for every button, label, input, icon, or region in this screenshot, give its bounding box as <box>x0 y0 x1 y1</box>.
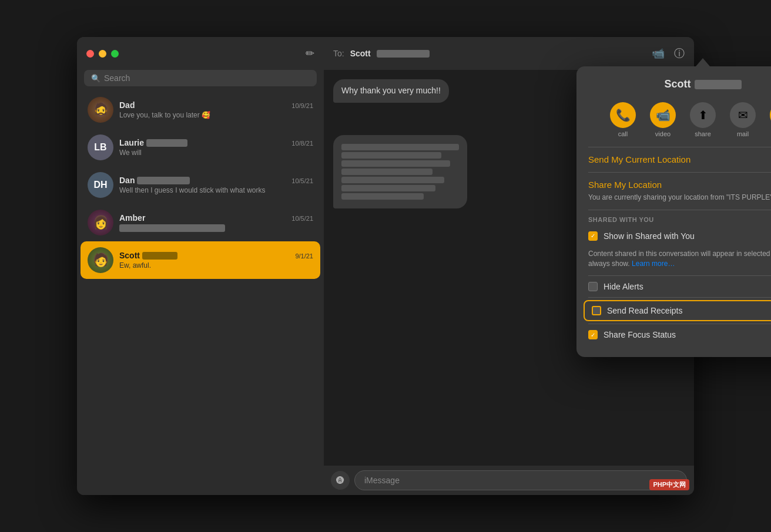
conv-date-dan: 10/5/21 <box>291 177 313 184</box>
conv-date-dad: 10/9/21 <box>291 102 313 109</box>
conversation-item-dan[interactable]: DH Dan 10/5/21 Well then I guess I would… <box>81 166 320 204</box>
show-in-shared-label: Show in Shared with You <box>604 231 695 241</box>
conversation-item-dad[interactable]: 🧔 Dad 10/9/21 Love you, talk to you late… <box>81 91 320 129</box>
avatar-dan: DH <box>88 172 113 198</box>
input-area: 🅐 iMessage <box>324 466 694 495</box>
compose-button[interactable]: ✏ <box>306 47 314 60</box>
conversation-details-dan: Dan 10/5/21 Well then I guess I would st… <box>119 176 313 194</box>
conv-name-laurie: Laurie <box>119 138 144 147</box>
video-label: video <box>655 130 671 137</box>
send-read-receipts-checkbox[interactable] <box>592 306 601 315</box>
blur-line-3 <box>341 160 450 167</box>
location-subtext: You are currently sharing your location … <box>588 193 771 203</box>
info-panel-header: Scott <box>576 66 771 97</box>
blur-line-2 <box>341 152 441 159</box>
search-input[interactable]: Search <box>104 73 130 83</box>
info-action-call[interactable]: 📞 call <box>610 102 636 137</box>
call-label: call <box>618 130 628 137</box>
info-name-blurred <box>695 80 742 89</box>
conversation-item-laurie[interactable]: LB Laurie 10/8/21 We will <box>81 129 320 166</box>
watermark: PHP中文网 <box>649 479 689 490</box>
conversation-item-amber[interactable]: 👩 Amber 10/5/21 <box>81 204 320 241</box>
conv-date-laurie: 10/8/21 <box>291 140 313 147</box>
divider-5 <box>588 297 771 298</box>
chat-titlebar: To: Scott 📹 ⓘ <box>324 37 694 70</box>
hide-alerts-row[interactable]: Hide Alerts <box>576 276 771 297</box>
chat-actions: 📹 ⓘ <box>652 46 685 60</box>
send-read-receipts-label: Send Read Receipts <box>607 306 682 315</box>
conversation-details-dad: Dad 10/9/21 Love you, talk to you later … <box>119 100 313 119</box>
call-icon: 📞 <box>610 102 636 128</box>
conversation-details-laurie: Laurie 10/8/21 We will <box>119 138 313 157</box>
hide-alerts-checkbox[interactable] <box>588 282 598 291</box>
show-in-shared-row[interactable]: ✓ Show in Shared with You <box>576 225 771 247</box>
shared-subtext-row: Content shared in this conversation will… <box>576 249 771 276</box>
conv-name-dad: Dad <box>119 100 135 110</box>
blur-line-4 <box>341 169 433 175</box>
info-panel-arrow <box>696 58 710 66</box>
share-location-row[interactable]: Share My Location You are currently shar… <box>576 173 771 210</box>
share-location-link[interactable]: Share My Location <box>588 180 662 190</box>
search-bar[interactable]: 🔍 Search <box>84 70 317 86</box>
show-in-shared-checkbox[interactable]: ✓ <box>588 231 598 241</box>
conv-date-amber: 10/5/21 <box>291 215 313 222</box>
sidebar: ✏ 🔍 Search 🧔 Dad 10/9/21 Love you, talk … <box>77 37 324 495</box>
mail-icon: ✉ <box>730 102 756 128</box>
blur-line-6 <box>341 185 435 191</box>
shared-with-you-section: SHARED WITH YOU <box>576 210 771 225</box>
apps-button[interactable]: 🅐 <box>331 471 350 490</box>
chat-to-label: To: <box>333 49 344 58</box>
video-icon: 📹 <box>650 102 676 128</box>
checkmark-icon: ✓ <box>591 233 595 239</box>
learn-more-link[interactable]: Learn more… <box>632 260 675 268</box>
share-focus-status-label: Share Focus Status <box>604 330 676 339</box>
avatar-amber: 👩 <box>88 210 113 235</box>
checkmark-icon-2: ✓ <box>591 332 595 338</box>
conv-name-blurred-laurie <box>146 139 187 147</box>
conv-preview-amber <box>119 224 313 232</box>
share-focus-status-row[interactable]: ✓ Share Focus Status <box>576 324 771 345</box>
hide-alerts-label: Hide Alerts <box>604 282 643 291</box>
chat-recipient-name: Scott <box>350 49 371 58</box>
conv-header-laurie: Laurie 10/8/21 <box>119 138 313 147</box>
maximize-button[interactable] <box>111 50 119 58</box>
conv-preview-dan: Well then I guess I would stick with wha… <box>119 186 313 194</box>
app-window: ✏ 🔍 Search 🧔 Dad 10/9/21 Love you, talk … <box>77 37 694 495</box>
video-call-button[interactable]: 📹 <box>652 47 665 60</box>
conv-name-row-scott: Scott <box>119 251 177 260</box>
info-action-mail[interactable]: ✉ mail <box>730 102 756 137</box>
blur-line-7 <box>341 193 424 200</box>
blur-line-1 <box>341 144 459 150</box>
imessage-input[interactable]: iMessage <box>354 470 687 490</box>
conv-name-dan: Dan <box>119 176 135 185</box>
close-button[interactable] <box>86 50 94 58</box>
send-location-link[interactable]: Send My Current Location <box>588 154 690 164</box>
shared-subtext: Content shared in this conversation will… <box>588 249 771 269</box>
traffic-lights <box>86 50 119 58</box>
conv-name-amber: Amber <box>119 213 145 223</box>
send-location-row[interactable]: Send My Current Location <box>576 147 771 172</box>
avatar-dad: 🧔 <box>88 97 113 123</box>
conv-preview-dad: Love you, talk to you later 🥰 <box>119 111 313 119</box>
conv-header-dan: Dan 10/5/21 <box>119 176 313 185</box>
minimize-button[interactable] <box>99 50 106 58</box>
conversation-details-amber: Amber 10/5/21 <box>119 213 313 232</box>
conv-header-amber: Amber 10/5/21 <box>119 213 313 223</box>
share-focus-status-checkbox[interactable]: ✓ <box>588 330 598 339</box>
conv-name-row-dan: Dan <box>119 176 190 185</box>
info-button[interactable]: ⓘ <box>674 46 685 60</box>
message-blurred <box>333 135 467 208</box>
info-action-share[interactable]: ⬆ share <box>690 102 716 137</box>
conversation-item-scott[interactable]: 🧑 Scott 9/1/21 Ew, awful. <box>81 241 320 279</box>
send-read-receipts-row[interactable]: Send Read Receipts <box>584 300 771 321</box>
conv-name-blurred-dan <box>137 177 190 184</box>
conv-preview-scott: Ew, awful. <box>119 261 313 270</box>
conv-preview-blurred-amber <box>119 224 225 232</box>
info-contact-name: Scott <box>588 78 771 90</box>
info-action-video[interactable]: 📹 video <box>650 102 676 137</box>
conv-header-dad: Dad 10/9/21 <box>119 100 313 110</box>
conv-name-blurred-scott <box>142 252 177 260</box>
conv-preview-laurie: We will <box>119 149 313 157</box>
search-icon: 🔍 <box>91 74 100 83</box>
chat-recipient-blurred <box>377 50 430 58</box>
